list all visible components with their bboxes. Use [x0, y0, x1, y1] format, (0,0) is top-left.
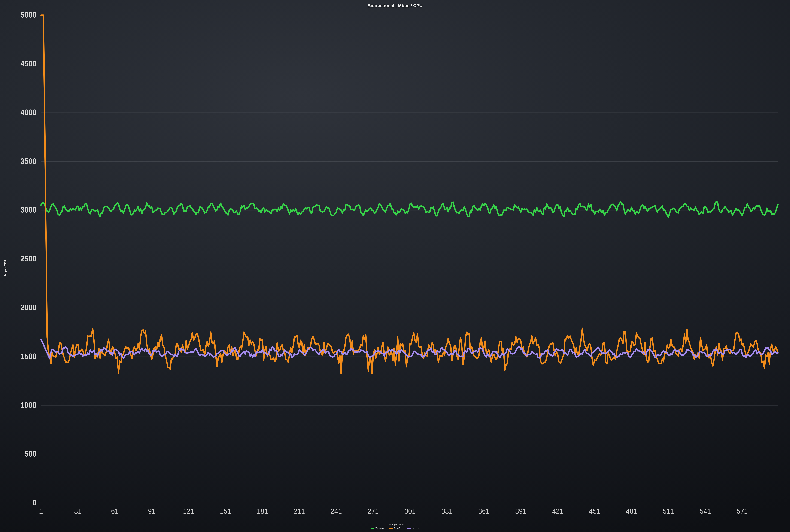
y-tick-label: 1500 — [20, 352, 37, 361]
chart-title: Bidirectional | Mbps / CPU — [3, 3, 787, 8]
legend-label: Nebula — [412, 527, 419, 530]
y-tick-label: 2000 — [20, 303, 37, 312]
x-tick-label: 571 — [737, 507, 748, 515]
x-axis-label: TIME (SECONDS) — [7, 524, 787, 526]
legend-swatch — [389, 528, 393, 529]
legend-swatch — [371, 528, 374, 529]
y-tick-label: 500 — [24, 450, 37, 458]
chart-body: Mbps / CPU 05001000150020002500300035004… — [3, 9, 787, 527]
x-tick-label: 211 — [294, 507, 305, 515]
x-tick-label: 91 — [148, 507, 155, 515]
x-tick-label: 391 — [515, 507, 526, 515]
x-tick-label: 61 — [111, 507, 118, 515]
series-tailscale — [41, 201, 778, 217]
series-zerotier — [41, 15, 778, 374]
x-tick-label: 121 — [183, 507, 194, 515]
x-tick-label: 481 — [626, 507, 637, 515]
x-tick-label: 421 — [552, 507, 563, 515]
y-tick-label: 3000 — [20, 206, 37, 214]
plot-svg: 0500100015002000250030003500400045005000… — [7, 9, 787, 523]
y-tick-label: 1000 — [20, 401, 37, 410]
x-tick-label: 451 — [589, 507, 600, 515]
legend-label: Tailscale — [375, 527, 384, 530]
x-tick-label: 331 — [441, 507, 453, 515]
y-tick-label: 3500 — [20, 157, 37, 166]
y-axis-label: Mbps / CPU — [4, 260, 7, 276]
y-tick-label: 4000 — [20, 108, 37, 117]
plot-area-wrap: 0500100015002000250030003500400045005000… — [7, 9, 787, 527]
x-tick-label: 31 — [74, 507, 81, 515]
y-tick-label: 4500 — [20, 59, 37, 68]
x-tick-label: 301 — [405, 507, 416, 515]
legend-label: ZeroTier — [394, 527, 402, 530]
y-tick-label: 2500 — [20, 254, 37, 263]
x-tick-label: 181 — [257, 507, 268, 515]
legend: TailscaleZeroTierNebula — [3, 527, 787, 530]
x-tick-label: 1 — [39, 507, 43, 515]
y-tick-label: 5000 — [20, 11, 37, 19]
legend-swatch — [407, 528, 411, 529]
y-axis-label-wrap: Mbps / CPU — [3, 9, 7, 527]
chart-frame: Bidirectional | Mbps / CPU Mbps / CPU 05… — [0, 0, 790, 532]
x-tick-label: 541 — [700, 507, 711, 515]
legend-item-nebula: Nebula — [407, 527, 419, 530]
legend-item-zerotier: ZeroTier — [389, 527, 402, 530]
y-tick-label: 0 — [33, 498, 37, 507]
x-tick-label: 151 — [220, 507, 231, 515]
x-tick-label: 511 — [663, 507, 674, 515]
x-tick-label: 361 — [478, 507, 489, 515]
x-tick-label: 241 — [331, 507, 342, 515]
x-tick-label: 271 — [368, 507, 379, 515]
legend-item-tailscale: Tailscale — [371, 527, 384, 530]
